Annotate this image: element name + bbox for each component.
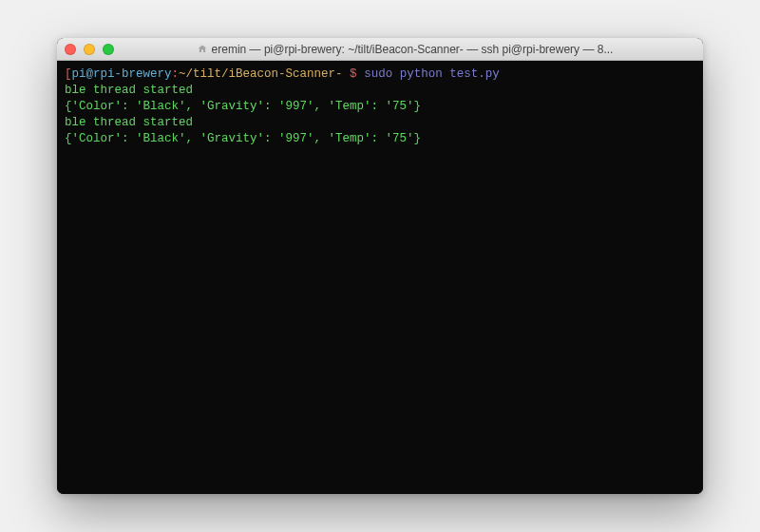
prompt-close-bracket: $ [343,67,357,81]
titlebar: eremin — pi@rpi-brewery: ~/tilt/iBeacon-… [57,38,703,61]
maximize-button[interactable] [103,44,114,55]
minimize-button[interactable] [84,44,95,55]
output-line: {'Color': 'Black', 'Gravity': '997', 'Te… [65,132,421,145]
output-line: {'Color': 'Black', 'Gravity': '997', 'Te… [65,100,421,113]
window-title-text: eremin — pi@rpi-brewery: ~/tilt/iBeacon-… [212,43,614,56]
prompt-user-host: pi@rpi-brewery [72,67,172,81]
prompt-open-bracket: [ [65,67,72,81]
terminal-body[interactable]: [pi@rpi-brewery:~/tilt/iBeacon-Scanner- … [57,61,703,494]
window-title: eremin — pi@rpi-brewery: ~/tilt/iBeacon-… [114,43,695,56]
prompt-path: ~/tilt/iBeacon-Scanner- [179,67,343,81]
close-button[interactable] [65,44,76,55]
output-line: ble thread started [65,84,193,97]
prompt-command: sudo python test.py [364,67,500,81]
home-icon [197,44,208,54]
terminal-window: eremin — pi@rpi-brewery: ~/tilt/iBeacon-… [57,38,703,494]
window-controls [65,44,114,55]
prompt-colon: : [172,67,180,81]
output-line: ble thread started [65,116,193,129]
